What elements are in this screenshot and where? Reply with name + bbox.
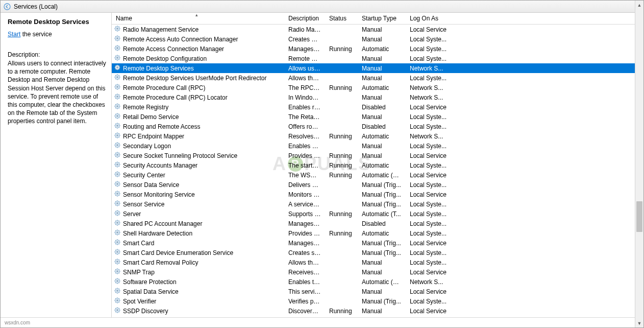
service-status-cell: Running: [325, 172, 358, 179]
service-name-cell: Sensor Data Service: [112, 180, 284, 189]
service-description-cell: Creates soft...: [284, 249, 325, 256]
service-name: SNMP Trap: [123, 269, 155, 276]
start-service-link[interactable]: Start: [8, 31, 20, 38]
scroll-track[interactable]: [635, 9, 643, 319]
service-name-cell: Smart Card: [112, 239, 284, 247]
service-description-cell: Manages di...: [284, 45, 325, 53]
service-name: Smart Card: [123, 240, 154, 247]
service-startup-cell: Manual: [358, 65, 406, 72]
service-row[interactable]: Spot Verifier Verifies pote... Manual (T…: [112, 296, 643, 306]
gear-icon: [114, 200, 121, 208]
svg-point-92: [116, 115, 118, 117]
service-name: Secure Socket Tunneling Protocol Service: [123, 152, 237, 159]
vertical-scrollbar[interactable]: ▲ ▼: [635, 1, 643, 327]
service-row[interactable]: Smart Card Device Enumeration Service Cr…: [112, 248, 643, 257]
service-row[interactable]: Software Protection Enables the ... Auto…: [112, 277, 643, 287]
gear-icon: [114, 142, 121, 150]
service-description-cell: Allows user...: [284, 65, 325, 72]
back-icon[interactable]: [4, 3, 11, 10]
service-row[interactable]: Security Accounts Manager The startup ..…: [112, 160, 643, 170]
svg-point-182: [116, 202, 118, 204]
service-row[interactable]: Secondary Logon Enables star... Manual L…: [112, 141, 643, 151]
service-startup-cell: Manual: [358, 152, 406, 159]
footer-source: wsxdn.com: [5, 320, 30, 325]
service-row[interactable]: Remote Desktop Configuration Remote Des.…: [112, 54, 643, 63]
gear-icon: [114, 239, 121, 247]
gear-icon: [114, 54, 121, 63]
service-description-cell: The startup ...: [284, 162, 325, 169]
service-startup-cell: Disabled: [358, 220, 406, 227]
service-description-cell: Offers routi...: [284, 123, 325, 130]
service-row[interactable]: Secure Socket Tunneling Protocol Service…: [112, 151, 643, 160]
service-logon-cell: Local Syste...: [406, 36, 452, 43]
service-row[interactable]: Server Supports fil... Running Automatic…: [112, 209, 643, 219]
service-row[interactable]: Sensor Service A service fo... Manual (T…: [112, 199, 643, 209]
service-row[interactable]: Sensor Monitoring Service Monitors va...…: [112, 190, 643, 199]
scroll-thumb[interactable]: [636, 201, 642, 232]
service-startup-cell: Manual: [358, 259, 406, 266]
service-row[interactable]: Sensor Data Service Delivers dat... Manu…: [112, 180, 643, 190]
service-row[interactable]: Shared PC Account Manager Manages pr... …: [112, 219, 643, 228]
service-row[interactable]: Security Center The WSCSV... Running Aut…: [112, 170, 643, 180]
service-row[interactable]: SNMP Trap Receives tra... Manual Local S…: [112, 267, 643, 277]
service-logon-cell: Local Service: [406, 269, 452, 276]
service-name-cell: Secure Socket Tunneling Protocol Service: [112, 151, 284, 160]
service-logon-cell: Local Syste...: [406, 162, 452, 169]
svg-point-22: [116, 47, 118, 49]
gear-icon: [114, 180, 121, 189]
service-logon-cell: Local Syste...: [406, 230, 452, 237]
column-header-description[interactable]: Description: [284, 13, 325, 24]
service-logon-cell: Local Syste...: [406, 210, 452, 218]
service-row[interactable]: Spatial Data Service This service ... Ma…: [112, 287, 643, 296]
service-startup-cell: Manual: [358, 113, 406, 121]
svg-point-122: [116, 144, 118, 146]
service-row[interactable]: Remote Procedure Call (RPC) The RPCSS ..…: [112, 83, 643, 92]
gear-icon: [114, 93, 121, 102]
gear-icon: [114, 112, 121, 121]
svg-point-242: [116, 261, 118, 263]
service-description-cell: Enables rem...: [284, 104, 325, 111]
service-description-cell: Monitors va...: [284, 191, 325, 198]
service-row[interactable]: Radio Management Service Radio Mana... M…: [112, 25, 643, 34]
service-row[interactable]: Smart Card Removal Policy Allows the s..…: [112, 257, 643, 267]
service-row[interactable]: Remote Access Connection Manager Manages…: [112, 44, 643, 54]
column-header-status[interactable]: Status: [325, 13, 358, 24]
column-header-name[interactable]: Name: [112, 13, 284, 24]
svg-point-252: [116, 270, 118, 272]
scroll-up-arrow-icon[interactable]: ▲: [635, 1, 643, 9]
service-row[interactable]: Remote Registry Enables rem... Disabled …: [112, 102, 643, 112]
service-row[interactable]: RPC Endpoint Mapper Resolves RP... Runni…: [112, 131, 643, 141]
service-row[interactable]: Retail Demo Service The Retail D... Manu…: [112, 112, 643, 122]
service-description-cell: Creates a co...: [284, 36, 325, 43]
service-logon-cell: Local Syste...: [406, 55, 452, 62]
service-row[interactable]: Shell Hardware Detection Provides no... …: [112, 228, 643, 238]
svg-point-192: [116, 212, 118, 214]
service-row[interactable]: Remote Desktop Services UserMode Port Re…: [112, 73, 643, 83]
service-status-cell: Running: [325, 308, 358, 315]
svg-point-82: [116, 105, 118, 107]
gear-icon: [114, 122, 121, 131]
service-row[interactable]: Routing and Remote Access Offers routi..…: [112, 122, 643, 131]
svg-point-112: [116, 134, 118, 136]
gear-icon: [114, 287, 121, 296]
service-name-cell: Remote Desktop Services UserMode Port Re…: [112, 74, 284, 82]
selected-service-name: Remote Desktop Services: [8, 18, 106, 26]
service-row[interactable]: Remote Procedure Call (RPC) Locator In W…: [112, 92, 643, 102]
service-row[interactable]: Smart Card Manages ac... Manual (Trig...…: [112, 238, 643, 248]
service-startup-cell: Manual: [358, 26, 406, 33]
services-list[interactable]: Radio Management Service Radio Mana... M…: [112, 25, 643, 317]
svg-point-282: [116, 299, 118, 301]
scroll-down-arrow-icon[interactable]: ▼: [635, 319, 643, 327]
service-name-cell: Remote Procedure Call (RPC) Locator: [112, 93, 284, 102]
svg-point-2: [116, 28, 118, 30]
column-header-logon[interactable]: Log On As: [406, 13, 452, 24]
service-row[interactable]: Remote Access Auto Connection Manager Cr…: [112, 34, 643, 44]
service-row[interactable]: Remote Desktop Services Allows user... M…: [112, 63, 643, 73]
column-header-startup[interactable]: Startup Type: [358, 13, 406, 24]
service-status-cell: Running: [325, 133, 358, 140]
service-logon-cell: Local Service: [406, 172, 452, 179]
service-logon-cell: Local Syste...: [406, 75, 452, 82]
service-row[interactable]: SSDP Discovery Discovers n... Running Ma…: [112, 306, 643, 316]
service-logon-cell: Network S...: [406, 278, 452, 286]
service-description-cell: Supports fil...: [284, 210, 325, 218]
